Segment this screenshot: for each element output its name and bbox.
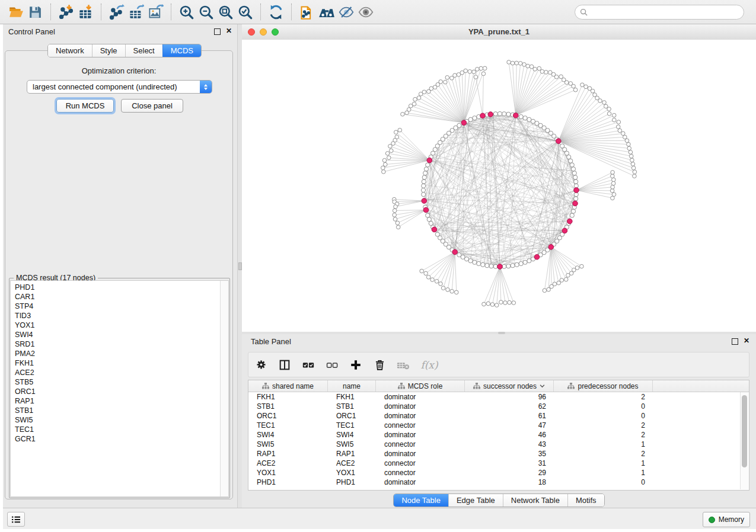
graph-node[interactable] xyxy=(527,117,531,121)
select-all-icon[interactable] xyxy=(301,357,316,373)
graph-node[interactable] xyxy=(464,257,468,261)
graph-leaf-node[interactable] xyxy=(629,150,633,155)
graph-leaf-node[interactable] xyxy=(401,113,405,117)
mcds-result-list[interactable]: PHD1CAR1STP4TID3YOX1SWI4SRD1PMA2FKH1ACE2… xyxy=(10,280,229,497)
graph-leaf-node[interactable] xyxy=(611,174,615,178)
mcds-result-item[interactable]: TEC1 xyxy=(11,425,220,434)
graph-node-mcds[interactable] xyxy=(423,207,429,213)
graph-node[interactable] xyxy=(506,112,511,116)
graph-leaf-node[interactable] xyxy=(612,193,616,197)
export-table-icon[interactable] xyxy=(126,3,146,21)
graph-node[interactable] xyxy=(571,167,575,171)
column-header-successor-nodes[interactable]: successor nodes xyxy=(465,380,554,392)
graph-leaf-node[interactable] xyxy=(450,289,454,293)
panel-list-button[interactable] xyxy=(7,512,25,527)
graph-node[interactable] xyxy=(570,163,574,167)
delete-columns-icon[interactable] xyxy=(372,357,387,373)
graph-node-mcds[interactable] xyxy=(480,113,486,118)
graph-node[interactable] xyxy=(506,264,511,268)
graph-leaf-node[interactable] xyxy=(441,286,445,290)
mcds-result-item[interactable]: FKH1 xyxy=(11,358,220,368)
column-header-name[interactable]: name xyxy=(328,380,376,392)
graph-node[interactable] xyxy=(574,197,578,201)
graph-leaf-node[interactable] xyxy=(508,300,512,305)
graph-leaf-node[interactable] xyxy=(385,152,390,156)
graph-leaf-node[interactable] xyxy=(420,269,424,273)
graph-leaf-node[interactable] xyxy=(455,290,459,294)
tab-style[interactable]: Style xyxy=(92,44,125,57)
graph-leaf-node[interactable] xyxy=(393,209,397,213)
graph-node-mcds[interactable] xyxy=(461,120,467,126)
graph-leaf-node[interactable] xyxy=(611,181,615,185)
tab-network-table[interactable]: Network Table xyxy=(503,494,567,507)
first-neighbors-icon[interactable] xyxy=(317,3,336,21)
graph-node[interactable] xyxy=(511,264,515,268)
graph-node-mcds[interactable] xyxy=(534,255,540,260)
graph-leaf-node[interactable] xyxy=(633,174,637,178)
graph-node[interactable] xyxy=(422,180,426,184)
graph-leaf-node[interactable] xyxy=(630,158,634,162)
graph-node[interactable] xyxy=(427,217,431,222)
graph-leaf-node[interactable] xyxy=(564,277,568,281)
criterion-select[interactable]: largest connected component (undirected) xyxy=(27,80,212,94)
mcds-result-item[interactable]: PHD1 xyxy=(11,283,220,292)
graph-node[interactable] xyxy=(473,116,477,120)
zoom-in-icon[interactable] xyxy=(177,3,196,21)
graph-node[interactable] xyxy=(573,175,578,180)
mcds-result-item[interactable]: SRD1 xyxy=(11,339,220,349)
show-columns-icon[interactable] xyxy=(277,357,292,373)
graph-node[interactable] xyxy=(424,167,428,171)
graph-node[interactable] xyxy=(523,260,527,264)
graph-node-mcds[interactable] xyxy=(452,249,458,255)
graph-leaf-node[interactable] xyxy=(580,264,584,268)
graph-node-mcds[interactable] xyxy=(488,112,493,117)
graph-leaf-node[interactable] xyxy=(476,68,480,72)
graph-leaf-node[interactable] xyxy=(427,89,431,94)
mcds-result-item[interactable]: TID3 xyxy=(11,311,220,321)
close-panel-button[interactable]: Close panel xyxy=(121,99,183,113)
table-scrollbar-thumb[interactable] xyxy=(742,395,747,467)
mcds-result-item[interactable]: SWI4 xyxy=(11,330,220,339)
graph-leaf-node[interactable] xyxy=(611,185,615,190)
graph-leaf-node[interactable] xyxy=(439,282,443,286)
graph-leaf-node[interactable] xyxy=(631,166,636,170)
graph-leaf-node[interactable] xyxy=(575,266,579,270)
graph-leaf-node[interactable] xyxy=(611,196,615,200)
mcds-result-item[interactable]: STB5 xyxy=(11,377,220,387)
graph-leaf-node[interactable] xyxy=(507,60,511,65)
graph-leaf-node[interactable] xyxy=(573,88,578,92)
graph-leaf-node[interactable] xyxy=(593,93,597,97)
mcds-result-item[interactable]: CAR1 xyxy=(11,292,220,302)
graph-node[interactable] xyxy=(515,262,519,267)
export-image-icon[interactable] xyxy=(146,3,165,21)
graph-leaf-node[interactable] xyxy=(409,104,413,108)
table-row[interactable]: FKH1FKH1dominator962 xyxy=(248,392,749,402)
graph-leaf-node[interactable] xyxy=(490,303,495,307)
graph-node[interactable] xyxy=(560,144,564,148)
graph-leaf-node[interactable] xyxy=(413,97,417,101)
graph-node[interactable] xyxy=(574,180,578,184)
graph-leaf-node[interactable] xyxy=(631,162,635,166)
column-header-MCDS-role[interactable]: MCDS role xyxy=(376,380,465,392)
result-list-scrollbar[interactable] xyxy=(220,281,228,496)
mcds-result-item[interactable]: STP4 xyxy=(11,302,220,311)
graph-leaf-node[interactable] xyxy=(511,61,515,65)
table-row[interactable]: TEC1TEC1connector472 xyxy=(248,421,749,430)
graph-leaf-node[interactable] xyxy=(627,146,631,150)
graph-leaf-node[interactable] xyxy=(426,275,430,280)
graph-leaf-node[interactable] xyxy=(393,217,397,222)
graph-leaf-node[interactable] xyxy=(512,301,516,305)
zoom-selected-icon[interactable] xyxy=(235,3,255,21)
import-table-icon[interactable] xyxy=(76,3,95,21)
graph-leaf-node[interactable] xyxy=(526,64,530,68)
graph-leaf-node[interactable] xyxy=(395,221,400,225)
tab-select[interactable]: Select xyxy=(125,44,162,57)
graph-leaf-node[interactable] xyxy=(503,301,508,305)
table-row[interactable]: PHD1PHD1dominator180 xyxy=(248,477,749,487)
graph-leaf-node[interactable] xyxy=(543,289,547,293)
graph-leaf-node[interactable] xyxy=(625,139,629,143)
mcds-result-item[interactable]: ORC1 xyxy=(11,387,220,396)
graph-leaf-node[interactable] xyxy=(610,189,614,193)
graph-node[interactable] xyxy=(423,171,428,175)
table-row[interactable]: ORC1ORC1dominator610 xyxy=(248,411,749,421)
